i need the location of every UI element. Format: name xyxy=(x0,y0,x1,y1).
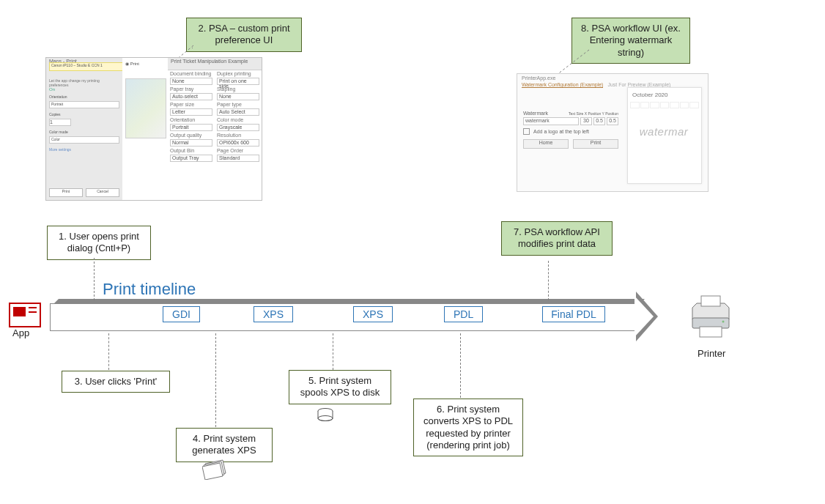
app-label: App xyxy=(12,327,29,338)
connector xyxy=(94,258,95,300)
callout-2: 2. PSA – custom print preference UI xyxy=(186,18,302,52)
callout-3: 3. User clicks 'Print' xyxy=(62,371,170,393)
radio-print[interactable]: Print xyxy=(130,62,139,66)
svg-rect-2 xyxy=(700,327,722,337)
tab-watermark-config[interactable]: Watermark Configuration (Example) xyxy=(522,82,603,88)
timeline-title: Print timeline xyxy=(103,280,196,299)
printer-label: Printer xyxy=(698,348,725,359)
watermark-label: Watermark xyxy=(523,111,552,116)
pages-icon xyxy=(202,458,229,480)
app-icon xyxy=(9,303,41,327)
disk-icon xyxy=(317,408,334,423)
home-button[interactable]: Home xyxy=(523,139,569,149)
svg-point-3 xyxy=(722,321,725,323)
panel-title: Print Ticket Manipulation Example xyxy=(168,58,262,70)
allow-change-label: Let the app change my printing preferenc… xyxy=(46,78,122,87)
callout-5: 5. Print system spools XPS to disk xyxy=(289,370,391,404)
callout-4: 4. Print system generates XPS xyxy=(176,428,273,462)
print-button[interactable]: Print xyxy=(573,139,618,149)
connector xyxy=(215,333,216,427)
cancel-button[interactable]: Cancel xyxy=(86,188,119,197)
more-settings-link[interactable]: More settings xyxy=(46,146,122,152)
stage-xps-1: XPS xyxy=(254,306,293,322)
orientation-label: Orientation xyxy=(46,92,122,99)
stage-gdi: GDI xyxy=(163,306,200,322)
preview-watermark-text: watermar xyxy=(627,125,700,138)
stage-xps-2: XPS xyxy=(353,306,393,322)
svg-rect-1 xyxy=(701,296,720,306)
ypos-input[interactable]: 0.5 xyxy=(607,117,618,125)
mock-psa-print-preference: Maps - Print Canon iP110 – Studio E CCN … xyxy=(45,57,262,201)
textsize-input[interactable]: 30 xyxy=(580,117,592,125)
logo-checkbox-label: Add a logo at the top left xyxy=(533,129,589,134)
svg-line-5 xyxy=(557,50,589,75)
callout-6: 6. Print system converts XPS to PDL requ… xyxy=(413,399,523,456)
xpos-input[interactable]: 0.5 xyxy=(593,117,605,125)
copies-input[interactable]: 1 xyxy=(49,119,71,126)
window-title: PrinterApp.exe xyxy=(517,74,708,82)
connector xyxy=(333,333,333,370)
connector xyxy=(460,333,461,398)
color-mode-label: Color mode xyxy=(46,128,122,134)
mock-psa-workflow-ui: PrinterApp.exe Watermark Configuration (… xyxy=(517,73,709,192)
callout-1: 1. User opens print dialog (Cntl+P) xyxy=(47,226,151,260)
print-button[interactable]: Print xyxy=(49,188,83,197)
printer-icon xyxy=(685,294,736,340)
connector xyxy=(548,261,549,300)
watermark-input[interactable]: watermark xyxy=(523,117,579,125)
logo-checkbox[interactable] xyxy=(523,128,530,135)
device-banner: Canon iP110 – Studio E CCN 1 xyxy=(49,62,124,71)
copies-label: Copies xyxy=(46,111,122,116)
stage-pdl: PDL xyxy=(444,306,483,322)
color-mode-select[interactable]: Color xyxy=(49,136,119,144)
orientation-select[interactable]: Portrait xyxy=(49,101,119,108)
callout-7: 7. PSA workflow API modifies print data xyxy=(501,221,613,256)
preview-month: October 2020 xyxy=(628,88,701,102)
map-preview xyxy=(125,78,166,138)
stage-final-pdl: Final PDL xyxy=(542,306,605,322)
connector xyxy=(108,333,109,370)
